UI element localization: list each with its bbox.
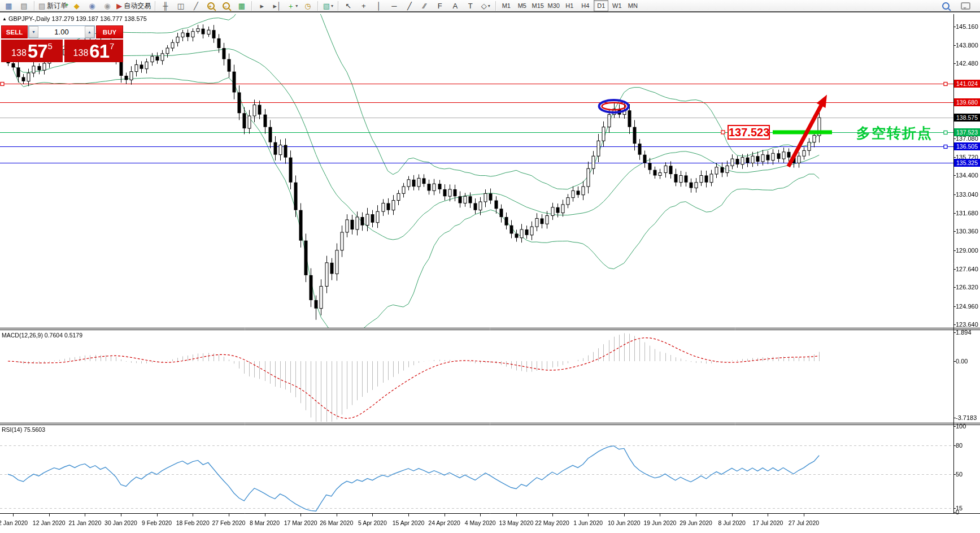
bar-chart-type-icon[interactable]: ╫ bbox=[158, 0, 173, 12]
history-center-icon[interactable]: ◆ bbox=[69, 0, 84, 12]
candlestick-type-icon[interactable]: ◫ bbox=[173, 0, 188, 12]
price-line-label: 138.575 bbox=[954, 114, 980, 122]
profile-charts-icon[interactable]: ▧▾ bbox=[320, 0, 336, 12]
date-tick-label: 19 Jun 2020 bbox=[644, 519, 677, 526]
sell-price-pips: 57 bbox=[28, 42, 47, 60]
volume-decrease-button[interactable]: ▼ bbox=[29, 26, 38, 38]
indicators-button[interactable]: ＋▾ bbox=[285, 0, 300, 12]
tile-windows-icon[interactable]: ▦ bbox=[234, 0, 249, 12]
buy-price-point: 7 bbox=[110, 38, 114, 55]
toolbar: ▦▤▤+新订单◆◉◉▶自动交易╫◫╱+−▦▸▸│＋▾◷▧▾↖+│─╱⁄⁄FAT◇… bbox=[0, 0, 980, 12]
date-tick-label: 22 May 2020 bbox=[535, 519, 569, 526]
sell-button[interactable]: SELL bbox=[1, 25, 28, 38]
date-tick-label: 10 Jun 2020 bbox=[608, 519, 641, 526]
collapse-triangle-icon[interactable]: ▲ bbox=[2, 16, 7, 21]
label-icon[interactable]: T bbox=[463, 0, 478, 12]
price-tick-label: 50 bbox=[956, 471, 962, 478]
auto-trading-button[interactable]: ▶自动交易 bbox=[115, 0, 153, 12]
price-line-label: 139.680 bbox=[954, 98, 980, 106]
date-tick-label: 5 Apr 2020 bbox=[358, 519, 387, 526]
price-tick-label: 129.000 bbox=[956, 247, 978, 254]
date-tick-label: 13 May 2020 bbox=[499, 519, 534, 526]
community-icon bbox=[961, 2, 970, 10]
signals-icon[interactable]: ◉ bbox=[99, 0, 115, 12]
macd-label: MACD(12,26,9) 0.7604 0.5179 bbox=[2, 332, 82, 339]
market-watch-icon[interactable]: ▤ bbox=[16, 0, 32, 12]
timeframe-h4[interactable]: H4 bbox=[578, 0, 593, 11]
symbol-ohlc-text: GBPJPY-,Daily 137.279 139.187 136.777 13… bbox=[8, 15, 147, 22]
buy-button[interactable]: BUY bbox=[96, 25, 123, 38]
search-icon[interactable] bbox=[938, 0, 953, 12]
crosshair-icon[interactable]: + bbox=[356, 0, 371, 12]
search-icon bbox=[942, 2, 949, 10]
date-tick-label: 8 Jul 2020 bbox=[718, 519, 745, 526]
toolbar-separator bbox=[155, 1, 155, 11]
date-tick-label: 27 Jul 2020 bbox=[789, 519, 819, 526]
volume-increase-button[interactable]: ▲ bbox=[85, 26, 94, 38]
zoom-out-icon[interactable]: − bbox=[219, 0, 234, 12]
volume-input[interactable] bbox=[38, 26, 85, 38]
timeframe-h1[interactable]: H1 bbox=[562, 0, 577, 11]
price-tick-label: -3.7183 bbox=[956, 414, 977, 421]
timeframe-m5[interactable]: M5 bbox=[515, 0, 529, 11]
timeframe-m1[interactable]: M1 bbox=[499, 0, 513, 11]
zoom-in-icon[interactable]: + bbox=[203, 0, 219, 12]
toolbar-separator bbox=[495, 1, 496, 11]
timeframe-mn[interactable]: MN bbox=[625, 0, 640, 11]
date-tick-label: 15 Apr 2020 bbox=[393, 519, 425, 526]
text-icon[interactable]: A bbox=[447, 0, 463, 12]
date-tick-label: 17 Jul 2020 bbox=[752, 519, 783, 526]
period-icon[interactable]: ◷ bbox=[300, 0, 315, 12]
price-tick-label: 0 bbox=[956, 509, 959, 515]
buy-price-pips: 61 bbox=[89, 42, 109, 60]
toolbar-separator bbox=[338, 1, 338, 11]
price-tick-label: 126.320 bbox=[956, 284, 978, 291]
new-order-button[interactable]: ▤+新订单 bbox=[37, 0, 69, 12]
timeframe-m30[interactable]: M30 bbox=[546, 0, 561, 11]
chart-window-icon[interactable]: ▦ bbox=[1, 0, 16, 12]
shapes-icon[interactable]: ◇▾ bbox=[478, 0, 493, 12]
fibonacci-icon[interactable]: F bbox=[432, 0, 447, 12]
one-click-trade-panel: SELL ▼ ▲ BUY 138575 138617 bbox=[1, 25, 123, 62]
mailbox-icon[interactable]: ◉ bbox=[84, 0, 99, 12]
sell-price-display[interactable]: 138575 bbox=[1, 40, 63, 62]
date-tick-label: 9 Feb 2020 bbox=[142, 519, 172, 526]
chart-canvas[interactable] bbox=[0, 0, 980, 533]
price-tick-label: 145.160 bbox=[956, 23, 978, 30]
price-tick-label: 142.480 bbox=[956, 60, 978, 67]
channel-icon[interactable]: ⁄⁄ bbox=[417, 0, 432, 12]
date-tick-label: 8 Mar 2020 bbox=[250, 519, 280, 526]
timeframe-d1[interactable]: D1 bbox=[594, 0, 608, 11]
price-line-label: 141.024 bbox=[954, 80, 980, 88]
community-icon[interactable] bbox=[958, 0, 973, 12]
date-tick-label: 4 May 2020 bbox=[465, 519, 496, 526]
chart-shift-icon[interactable]: ▸│ bbox=[269, 0, 285, 12]
cursor-icon[interactable]: ↖ bbox=[341, 0, 356, 12]
zoom-out-icon: − bbox=[223, 2, 230, 10]
line-chart-type-icon[interactable]: ╱ bbox=[188, 0, 203, 12]
trendline-icon[interactable]: ╱ bbox=[402, 0, 417, 12]
toolbar-separator bbox=[251, 1, 252, 11]
date-tick-label: 27 Feb 2020 bbox=[212, 519, 245, 526]
buy-price-display[interactable]: 138617 bbox=[64, 40, 123, 62]
sell-price-point: 5 bbox=[48, 38, 53, 55]
auto-scroll-icon[interactable]: ▸ bbox=[254, 0, 269, 12]
chinese-annotation-text[interactable]: 多空转折点 bbox=[856, 124, 933, 142]
price-tick-label: 124.960 bbox=[956, 303, 978, 310]
price-tick-label: 131.680 bbox=[956, 210, 978, 216]
toolbar-separator bbox=[34, 1, 34, 11]
price-annotation-box[interactable]: 137.523 bbox=[728, 125, 770, 140]
price-tick-label: 133.040 bbox=[956, 191, 978, 198]
timeframe-m15[interactable]: M15 bbox=[530, 0, 545, 11]
timeframe-w1[interactable]: W1 bbox=[609, 0, 624, 11]
horizontal-line-icon[interactable]: ─ bbox=[386, 0, 402, 12]
buy-price-whole: 138 bbox=[73, 46, 89, 60]
price-tick-label: 143.800 bbox=[956, 42, 978, 49]
date-tick-label: 2 Jan 2020 bbox=[0, 519, 28, 526]
sell-price-whole: 138 bbox=[11, 46, 27, 60]
price-tick-label: 1.894 bbox=[956, 329, 972, 336]
vertical-line-icon[interactable]: │ bbox=[371, 0, 386, 12]
price-tick-label: 80 bbox=[956, 442, 962, 449]
rsi-label: RSI(14) 75.5603 bbox=[2, 426, 45, 433]
date-tick-label: 26 Mar 2020 bbox=[320, 519, 353, 526]
